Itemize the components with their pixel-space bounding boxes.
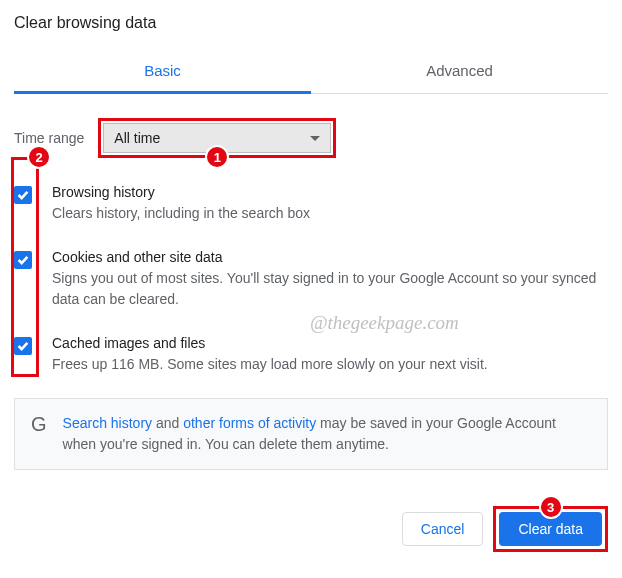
option-title: Cached images and files <box>52 335 488 351</box>
check-icon <box>16 339 30 353</box>
tab-advanced[interactable]: Advanced <box>311 50 608 93</box>
time-range-select[interactable]: All time <box>103 123 331 153</box>
option-title: Cookies and other site data <box>52 249 608 265</box>
clear-data-button[interactable]: Clear data <box>499 512 602 546</box>
time-range-value: All time <box>114 130 160 146</box>
option-cached: Cached images and files Frees up 116 MB.… <box>14 335 608 374</box>
annotation-highlight-3: Clear data 3 <box>493 506 608 552</box>
info-text: Search history and other forms of activi… <box>63 413 591 455</box>
option-desc: Signs you out of most sites. You'll stay… <box>52 268 608 309</box>
check-icon <box>16 188 30 202</box>
cancel-button[interactable]: Cancel <box>402 512 484 546</box>
annotation-highlight-1: All time 1 <box>98 118 336 158</box>
option-cookies: Cookies and other site data Signs you ou… <box>14 249 608 309</box>
check-icon <box>16 253 30 267</box>
time-range-label: Time range <box>14 130 84 146</box>
checkbox-cookies[interactable] <box>14 251 32 269</box>
option-browsing-history: Browsing history Clears history, includi… <box>14 184 608 223</box>
link-other-activity[interactable]: other forms of activity <box>183 415 316 431</box>
tab-basic[interactable]: Basic <box>14 50 311 93</box>
link-search-history[interactable]: Search history <box>63 415 152 431</box>
checkbox-browsing-history[interactable] <box>14 186 32 204</box>
info-text-segment: and <box>152 415 183 431</box>
option-title: Browsing history <box>52 184 310 200</box>
info-box: G Search history and other forms of acti… <box>14 398 608 470</box>
dialog-footer: Cancel Clear data 3 <box>14 506 608 552</box>
google-logo-icon: G <box>31 413 47 436</box>
tabs: Basic Advanced <box>14 50 608 94</box>
checkbox-cached[interactable] <box>14 337 32 355</box>
options-list: Browsing history Clears history, includi… <box>14 184 608 374</box>
chevron-down-icon <box>310 136 320 141</box>
option-desc: Clears history, including in the search … <box>52 203 310 223</box>
option-desc: Frees up 116 MB. Some sites may load mor… <box>52 354 488 374</box>
dialog-title: Clear browsing data <box>14 14 608 32</box>
